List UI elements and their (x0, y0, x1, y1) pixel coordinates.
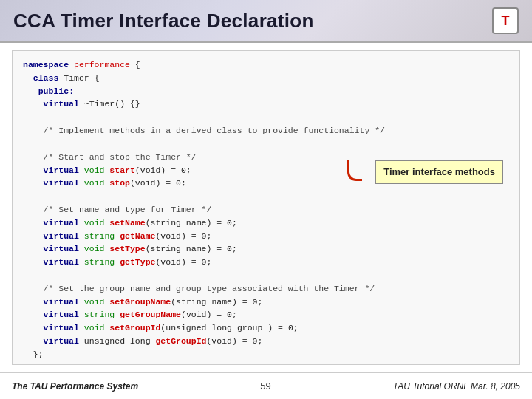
code-line: virtual ~Timer() {} (23, 98, 509, 111)
code-line: virtual void setGroupId(unsigned long gr… (23, 321, 509, 335)
code-line: /* Implement methods in a derived class … (23, 124, 509, 137)
code-line (23, 269, 509, 282)
code-line: class Timer { (23, 72, 509, 85)
code-line: virtual void setName(string name) = 0; (23, 216, 509, 230)
callout-text: Timer interface methods (383, 166, 495, 177)
code-line: virtual void setType(string name) = 0; (23, 242, 509, 256)
page: CCA Timer Interface Declaration T namesp… (0, 0, 532, 399)
footer-left: The TAU Performance System (12, 381, 138, 392)
code-line: }; (23, 348, 509, 361)
callout-box: Timer interface methods (375, 160, 503, 184)
footer-right: TAU Tutorial ORNL Mar. 8, 2005 (393, 381, 520, 392)
code-line: namespace performance { (23, 58, 509, 72)
code-line (23, 111, 509, 124)
footer-page-number: 59 (260, 381, 270, 392)
code-line (23, 137, 509, 151)
code-line: virtual void setGroupName(string name) =… (23, 296, 509, 309)
code-line: /* Set name and type for Timer */ (23, 203, 509, 216)
code-line (23, 190, 509, 203)
callout-arrow-curve (347, 160, 362, 181)
page-title: CCA Timer Interface Declaration (13, 10, 314, 33)
tau-logo: T (492, 7, 519, 34)
code-line: public: (23, 85, 509, 98)
code-line: /* Set the group name and group type ass… (23, 282, 509, 296)
code-line: virtual string getName(void) = 0; (23, 230, 509, 243)
code-line: virtual unsigned long getGroupId(void) =… (23, 335, 509, 348)
code-line: } (23, 361, 509, 365)
footer: The TAU Performance System 59 TAU Tutori… (0, 372, 532, 399)
header: CCA Timer Interface Declaration T (0, 0, 532, 43)
code-line: virtual string getType(void) = 0; (23, 256, 509, 269)
code-block: namespace performance { class Timer { pu… (12, 50, 520, 365)
code-line: virtual string getGroupName(void) = 0; (23, 308, 509, 321)
